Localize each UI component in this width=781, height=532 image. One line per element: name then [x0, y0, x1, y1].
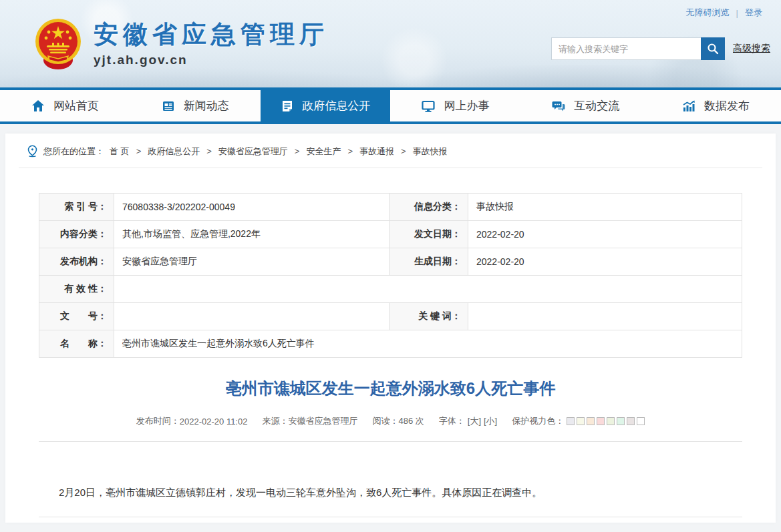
doc-number-label: 文 号：: [39, 303, 114, 330]
index-number-label: 索 引 号：: [39, 194, 114, 221]
source-label: 来源：: [262, 415, 288, 427]
national-emblem-icon: [32, 17, 84, 72]
issue-date-value: 2022-02-20: [468, 221, 742, 248]
eye-color-swatch[interactable]: [637, 417, 645, 425]
index-number-value: 76080338-3/202202-00049: [114, 194, 389, 221]
info-class-value: 事故快报: [468, 194, 742, 221]
agency-value: 安徽省应急管理厅: [114, 248, 389, 276]
nav-item-home[interactable]: 网站首页: [0, 87, 130, 124]
login-link[interactable]: 登录: [745, 7, 762, 19]
font-smaller-button[interactable]: [小]: [484, 415, 497, 427]
eye-color-swatch[interactable]: [627, 417, 635, 425]
table-row: 名 称： 亳州市谯城区发生一起意外溺水致6人死亡事件: [39, 330, 742, 358]
name-value: 亳州市谯城区发生一起意外溺水致6人死亡事件: [114, 330, 742, 358]
table-row: 发布机构： 安徽省应急管理厅 生成日期： 2022-02-20: [39, 248, 742, 276]
search-icon: [707, 43, 719, 55]
table-row: 文 号： 关 键 词：: [39, 303, 742, 330]
search-box: [551, 37, 725, 60]
publish-time-label: 发布时间：: [136, 415, 180, 427]
search-button[interactable]: [701, 37, 725, 60]
bottom-divider: [39, 517, 742, 517]
nav-item-interaction[interactable]: 互动交流: [520, 87, 651, 124]
keywords-value: [468, 303, 742, 330]
nav-item-label: 政府信息公开: [303, 98, 371, 113]
location-pin-icon: [27, 145, 38, 158]
search-input[interactable]: [552, 38, 701, 59]
chart-icon: [682, 99, 695, 113]
main-nav: 网站首页 新闻动态: [0, 87, 781, 124]
content-panel: 您所在的位置： 首 页 > 政府信息公开 > 安徽省应急管理厅 > 安全生产 >…: [5, 134, 776, 523]
article-meta: 发布时间： 2022-02-20 11:02 来源： 安徽省应急管理厅 阅读： …: [5, 415, 776, 427]
accessibility-link[interactable]: 无障碍浏览: [686, 7, 730, 19]
breadcrumb-prefix: 您所在的位置：: [43, 146, 104, 158]
breadcrumb-separator: >: [401, 146, 406, 156]
document-icon: [281, 99, 294, 113]
nav-item-label: 互动交流: [574, 98, 619, 113]
breadcrumb-item-department[interactable]: 安徽省应急管理厅: [218, 146, 288, 158]
search-area: 高级搜索: [551, 37, 770, 60]
validity-value: [114, 276, 742, 303]
views-label: 阅读：: [372, 415, 398, 427]
advanced-search-link[interactable]: 高级搜索: [733, 43, 770, 55]
font-size-label: 字体：: [439, 415, 465, 427]
info-class-label: 信息分类：: [389, 194, 468, 221]
table-row: 索 引 号： 76080338-3/202202-00049 信息分类： 事故快…: [39, 194, 742, 221]
eye-color-swatch[interactable]: [577, 417, 585, 425]
name-label: 名 称：: [39, 330, 114, 358]
nav-item-gov-info[interactable]: 政府信息公开: [261, 87, 391, 124]
breadcrumb-item-gov-info[interactable]: 政府信息公开: [148, 146, 200, 158]
news-icon: [162, 99, 175, 113]
create-date-label: 生成日期：: [389, 248, 468, 276]
topbar: 无障碍浏览 | 登录: [686, 7, 762, 19]
document-info-table: 索 引 号： 76080338-3/202202-00049 信息分类： 事故快…: [39, 193, 742, 358]
agency-label: 发布机构：: [39, 248, 114, 276]
site-header: 无障碍浏览 | 登录 安徽省应急管理厅 yjt.ah.gov.cn: [0, 0, 781, 87]
eye-color-swatch[interactable]: [607, 417, 615, 425]
site-title: 安徽省应急管理厅: [94, 21, 329, 49]
site-domain: yjt.ah.gov.cn: [94, 53, 329, 67]
eye-color-swatch[interactable]: [587, 417, 595, 425]
validity-label: 有 效 性：: [39, 276, 114, 303]
nav-item-data-release[interactable]: 数据发布: [651, 87, 781, 124]
eye-color-swatch[interactable]: [597, 417, 605, 425]
nav-item-label: 网站首页: [53, 98, 99, 113]
nav-item-label: 网上办事: [444, 98, 489, 113]
eye-color-swatches: [567, 417, 645, 425]
topbar-separator: |: [736, 8, 738, 18]
publish-time-value: 2022-02-20 11:02: [180, 417, 248, 427]
eye-protect-label: 保护视力色：: [512, 415, 564, 427]
breadcrumb-separator: >: [295, 146, 300, 156]
breadcrumb-item-accident-report[interactable]: 事故通报: [359, 146, 394, 158]
breadcrumb-separator: >: [136, 146, 142, 156]
breadcrumb-item-home[interactable]: 首 页: [110, 146, 130, 158]
issue-date-label: 发文日期：: [389, 221, 468, 248]
views-value: 486 次: [398, 415, 424, 427]
content-class-value: 其他,市场监管、应急管理,2022年: [114, 221, 389, 248]
nav-item-label: 数据发布: [704, 98, 750, 113]
article-title: 亳州市谯城区发生一起意外溺水致6人死亡事件: [5, 378, 776, 399]
article-body: 2月20日，亳州市谯城区立德镇郭庄村，发现一电动三轮车意外坠沟，致6人死亡事件。…: [39, 483, 742, 501]
meta-divider: [39, 441, 742, 442]
font-larger-button[interactable]: [大]: [468, 415, 481, 427]
breadcrumb-separator: >: [347, 146, 353, 156]
source-value: 安徽省应急管理厅: [288, 415, 357, 427]
table-row: 有 效 性：: [39, 276, 742, 303]
site-brand[interactable]: 安徽省应急管理厅 yjt.ah.gov.cn: [32, 17, 329, 72]
eye-color-swatch[interactable]: [567, 417, 575, 425]
nav-item-online-services[interactable]: 网上办事: [390, 87, 520, 124]
eye-color-swatch[interactable]: [617, 417, 625, 425]
doc-number-value: [114, 303, 389, 330]
monitor-icon: [422, 99, 435, 113]
create-date-value: 2022-02-20: [468, 248, 742, 276]
table-row: 内容分类： 其他,市场监管、应急管理,2022年 发文日期： 2022-02-2…: [39, 221, 742, 248]
content-class-label: 内容分类：: [39, 221, 114, 248]
nav-item-label: 新闻动态: [184, 98, 229, 113]
breadcrumb: 您所在的位置： 首 页 > 政府信息公开 > 安徽省应急管理厅 > 安全生产 >…: [19, 134, 762, 168]
nav-item-news[interactable]: 新闻动态: [130, 87, 261, 124]
breadcrumb-item-safety[interactable]: 安全生产: [306, 146, 341, 158]
breadcrumb-item-accident-flash[interactable]: 事故快报: [413, 146, 448, 158]
keywords-label: 关 键 词：: [389, 303, 468, 330]
chat-icon: [552, 99, 565, 113]
home-icon: [31, 99, 45, 113]
breadcrumb-separator: >: [206, 146, 212, 156]
